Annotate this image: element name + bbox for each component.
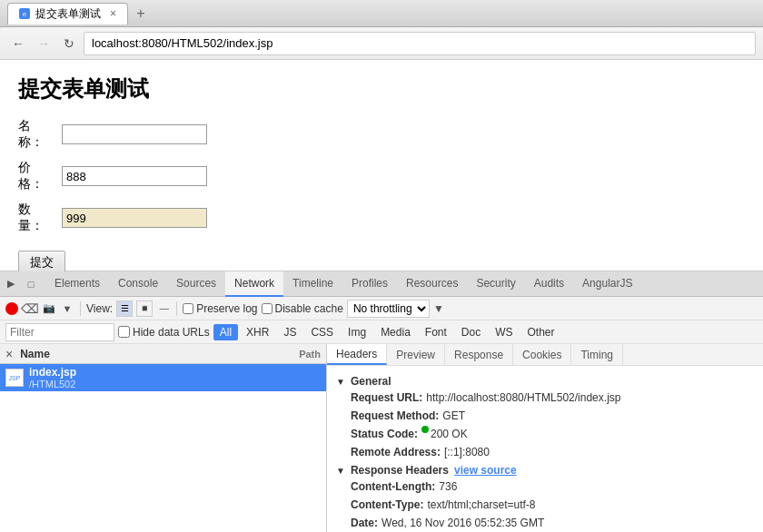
title-bar: e 提交表单测试 × + bbox=[0, 0, 763, 27]
name-label: 名称： bbox=[18, 118, 54, 151]
content-type-value: text/html;charset=utf-8 bbox=[427, 497, 535, 513]
date-value: Wed, 16 Nov 2016 05:52:35 GMT bbox=[382, 515, 544, 531]
content-length-key: Content-Length: bbox=[351, 478, 435, 495]
tab-security[interactable]: Security bbox=[467, 271, 524, 297]
name-column-header: Name bbox=[20, 348, 295, 360]
tab-console[interactable]: Console bbox=[109, 271, 167, 297]
filter-xhr[interactable]: XHR bbox=[240, 324, 275, 340]
tab-title: 提交表单测试 bbox=[35, 6, 101, 22]
network-main: × Name Path JSP index.jsp /HTML502 Heade… bbox=[0, 344, 763, 532]
filter-icon[interactable]: ▼ bbox=[60, 301, 74, 316]
filter-media[interactable]: Media bbox=[374, 324, 417, 340]
separator bbox=[80, 301, 81, 316]
request-url-row: Request URL: http://localhost:8080/HTML5… bbox=[336, 389, 754, 406]
filter-img[interactable]: Img bbox=[342, 324, 372, 340]
close-detail-button[interactable]: × bbox=[5, 347, 13, 361]
record-button[interactable] bbox=[5, 302, 18, 315]
view-source-link[interactable]: view source bbox=[454, 464, 517, 477]
tab-close-button[interactable]: × bbox=[110, 7, 116, 20]
inspect-icon[interactable]: ▶ bbox=[4, 277, 18, 291]
tab-profiles[interactable]: Profiles bbox=[342, 271, 397, 297]
request-icon-text: JSP bbox=[9, 375, 21, 381]
detail-tab-bar: Headers Preview Response Cookies Timing bbox=[327, 344, 763, 366]
filter-types: All XHR JS CSS Img Media Font Doc WS Oth… bbox=[213, 324, 561, 340]
device-icon[interactable]: □ bbox=[24, 277, 38, 291]
status-code-value: 200 OK bbox=[431, 426, 468, 442]
camera-icon[interactable]: 📷 bbox=[42, 301, 56, 316]
request-text: index.jsp /HTML502 bbox=[29, 366, 321, 389]
content-type-key: Content-Type: bbox=[351, 497, 423, 513]
tab-sources[interactable]: Sources bbox=[167, 271, 225, 297]
filter-all[interactable]: All bbox=[213, 324, 238, 340]
detail-tab-cookies[interactable]: Cookies bbox=[513, 344, 571, 365]
disable-cache-checkbox[interactable] bbox=[262, 303, 272, 314]
detail-tab-headers[interactable]: Headers bbox=[327, 344, 387, 365]
tab-timeline[interactable]: Timeline bbox=[283, 271, 342, 297]
name-input[interactable] bbox=[62, 124, 207, 144]
quantity-field-row: 数量： bbox=[18, 202, 745, 234]
page-title: 提交表单测试 bbox=[18, 74, 745, 103]
filter-doc[interactable]: Doc bbox=[455, 324, 487, 340]
network-request-item[interactable]: JSP index.jsp /HTML502 bbox=[0, 364, 326, 391]
detail-content: General Request URL: http://localhost:80… bbox=[327, 366, 763, 532]
throttle-select[interactable]: No throttling 2G 3G 4G bbox=[347, 300, 430, 318]
preserve-log-label[interactable]: Preserve log bbox=[183, 302, 257, 315]
price-field-row: 价格： bbox=[18, 160, 745, 192]
filter-css[interactable]: CSS bbox=[304, 324, 340, 340]
tab-audits[interactable]: Audits bbox=[525, 271, 573, 297]
request-url-value: http://localhost:8080/HTML502/index.jsp bbox=[426, 389, 620, 406]
request-method-value: GET bbox=[442, 408, 465, 424]
detail-tab-timing[interactable]: Timing bbox=[571, 344, 623, 365]
view-label: View: bbox=[86, 302, 113, 315]
request-method-row: Request Method: GET bbox=[336, 408, 754, 424]
hide-data-urls-checkbox[interactable] bbox=[118, 326, 130, 338]
remote-address-key: Remote Address: bbox=[351, 444, 441, 460]
back-button[interactable]: ← bbox=[7, 33, 29, 54]
detail-tab-preview[interactable]: Preview bbox=[387, 344, 445, 365]
tab-icon: e bbox=[19, 8, 30, 19]
devtools-icon-group: ▶ □ bbox=[4, 277, 38, 291]
separator2 bbox=[176, 301, 177, 316]
more-icon[interactable]: ⸻ bbox=[156, 301, 171, 316]
filter-input[interactable] bbox=[5, 323, 114, 341]
preserve-log-checkbox[interactable] bbox=[183, 303, 193, 314]
filter-js[interactable]: JS bbox=[277, 324, 302, 340]
price-input[interactable] bbox=[62, 166, 207, 186]
tab-network[interactable]: Network bbox=[225, 271, 283, 297]
navigation-bar: ← → ↻ bbox=[0, 27, 763, 60]
tab-angularjs[interactable]: AngularJS bbox=[573, 271, 641, 297]
devtools-panel: ▶ □ Elements Console Sources Network Tim… bbox=[0, 271, 763, 532]
quantity-input[interactable] bbox=[62, 208, 207, 228]
tab-resources[interactable]: Resources bbox=[397, 271, 467, 297]
status-code-row: Status Code: 200 OK bbox=[336, 426, 754, 442]
list-view-button[interactable]: ☰ bbox=[116, 300, 133, 317]
filter-other[interactable]: Other bbox=[521, 324, 561, 340]
browser-tab[interactable]: e 提交表单测试 × bbox=[7, 3, 128, 25]
request-name: index.jsp bbox=[29, 366, 321, 379]
request-icon: JSP bbox=[5, 369, 24, 387]
detail-tab-response[interactable]: Response bbox=[445, 344, 513, 365]
address-bar[interactable] bbox=[84, 32, 756, 55]
remote-address-value: [::1]:8080 bbox=[444, 444, 490, 460]
new-tab-button[interactable]: + bbox=[132, 5, 150, 23]
price-label: 价格： bbox=[18, 160, 54, 192]
tab-elements[interactable]: Elements bbox=[45, 271, 109, 297]
filter-ws[interactable]: WS bbox=[489, 324, 519, 340]
refresh-button[interactable]: ↻ bbox=[58, 33, 80, 54]
disable-cache-label[interactable]: Disable cache bbox=[262, 302, 343, 315]
network-toolbar: ⌫ 📷 ▼ View: ☰ ◾ ⸻ Preserve log Disable c… bbox=[0, 297, 763, 320]
request-path: /HTML502 bbox=[29, 379, 321, 389]
response-headers-section-header: Response Headers view source bbox=[336, 464, 754, 477]
status-dot bbox=[421, 426, 429, 433]
list-header: × Name Path bbox=[0, 344, 326, 364]
grid-view-button[interactable]: ◾ bbox=[136, 300, 153, 317]
page-content: 提交表单测试 名称： 价格： 数量： 提交 bbox=[0, 60, 763, 271]
remote-address-row: Remote Address: [::1]:8080 bbox=[336, 444, 754, 460]
date-key: Date: bbox=[351, 515, 378, 531]
forward-button[interactable]: → bbox=[33, 33, 54, 54]
devtools-tab-bar: ▶ □ Elements Console Sources Network Tim… bbox=[0, 271, 763, 297]
filter-font[interactable]: Font bbox=[419, 324, 453, 340]
hide-data-urls-label[interactable]: Hide data URLs bbox=[118, 326, 210, 339]
date-row: Date: Wed, 16 Nov 2016 05:52:35 GMT bbox=[336, 515, 754, 531]
clear-button[interactable]: ⌫ bbox=[22, 300, 38, 317]
